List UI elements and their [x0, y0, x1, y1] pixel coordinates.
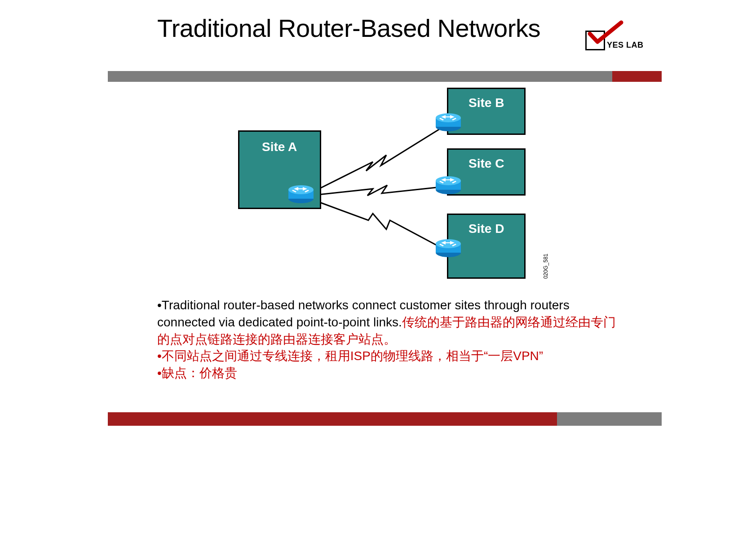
svg-point-8 [436, 176, 461, 185]
yeslab-logo: YES LAB [572, 22, 644, 58]
bar-grey [108, 71, 612, 82]
header-divider [108, 71, 662, 82]
bullet-2: •不同站点之间通过专线连接，租用ISP的物理线路，相当于“一层VPN” [157, 348, 617, 365]
bullet-1: •Traditional router-based networks conne… [157, 297, 617, 348]
router-icon [287, 184, 314, 204]
router-icon [435, 238, 462, 258]
logo-text: YES LAB [607, 40, 644, 50]
svg-point-5 [436, 113, 461, 122]
svg-point-11 [436, 239, 461, 248]
bar-red [612, 71, 662, 82]
footer-divider [108, 412, 662, 426]
figure-reference: 020G_581 [543, 254, 549, 279]
router-icon [435, 112, 462, 132]
network-diagram: Site A Site B Site C Site D [220, 85, 544, 288]
site-label-a: Site A [262, 140, 297, 154]
site-label-c: Site C [469, 156, 504, 171]
footer-grey [557, 412, 662, 426]
site-label-d: Site D [469, 222, 504, 236]
svg-point-2 [288, 185, 314, 194]
site-label-b: Site B [469, 96, 504, 110]
body-text: •Traditional router-based networks conne… [157, 297, 617, 382]
footer-red [108, 412, 557, 426]
slide: Traditional Router-Based Networks YES LA… [94, 0, 662, 426]
router-icon [435, 175, 462, 195]
bullet-3: •缺点：价格贵 [157, 365, 617, 382]
